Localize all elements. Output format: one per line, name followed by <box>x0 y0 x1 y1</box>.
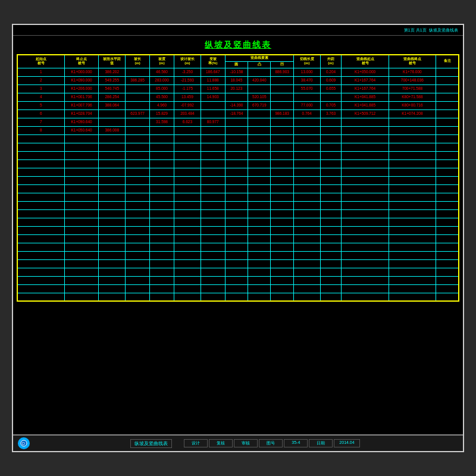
empty-cell <box>17 259 64 268</box>
main-table: 起始点桩号 终止点桩号 坡段水平距值 坡长(m) 坡度(m) 设计坡长(m) 变… <box>17 54 459 302</box>
empty-cell <box>99 251 126 259</box>
empty-cell <box>342 193 389 201</box>
empty-cell <box>248 151 271 159</box>
table-cell <box>320 126 342 134</box>
empty-cell <box>248 168 271 176</box>
empty-cell <box>64 293 99 301</box>
table-row: 8K1+050.640386.008 <box>17 126 459 134</box>
empty-cell <box>271 159 293 168</box>
empty-cell <box>17 218 64 226</box>
table-cell: K1+041.885 <box>342 101 389 109</box>
table-cell <box>225 118 248 126</box>
table-cell: 6.623 <box>174 118 201 126</box>
empty-cell <box>126 218 150 226</box>
empty-cell <box>248 201 271 209</box>
empty-cell <box>174 226 201 234</box>
empty-row <box>17 234 459 243</box>
empty-cell <box>225 201 248 209</box>
table-cell <box>436 68 459 76</box>
table-row: 3K1+206.000540.74585.000-1.17511.65820.1… <box>17 84 459 93</box>
empty-cell <box>342 284 389 293</box>
empty-cell <box>320 143 342 151</box>
empty-cell <box>150 159 174 168</box>
empty-cell <box>271 293 293 301</box>
table-cell <box>225 93 248 101</box>
empty-cell <box>271 276 293 284</box>
empty-cell <box>293 293 320 301</box>
table-cell: 3.763 <box>320 109 342 118</box>
empty-cell <box>320 193 342 201</box>
empty-cell <box>436 284 459 293</box>
empty-cell <box>17 243 64 251</box>
table-cell <box>248 109 271 118</box>
field-approve: 审核 <box>234 439 258 447</box>
empty-cell <box>436 243 459 251</box>
table-cell <box>389 118 436 126</box>
header-row-1: 起始点桩号 终止点桩号 坡段水平距值 坡长(m) 坡度(m) 设计坡长(m) 变… <box>17 55 459 61</box>
empty-cell <box>17 293 64 301</box>
empty-cell <box>225 268 248 276</box>
table-cell: 203.484 <box>174 109 201 118</box>
empty-cell <box>389 268 436 276</box>
empty-cell <box>389 176 436 184</box>
empty-cell <box>342 201 389 209</box>
empty-cell <box>225 151 248 159</box>
empty-cell <box>201 193 225 201</box>
empty-cell <box>17 251 64 259</box>
empty-cell <box>64 159 99 168</box>
main-title: 纵坡及竖曲线表 <box>205 40 271 49</box>
table-cell: K1+167.764 <box>342 84 389 93</box>
empty-cell <box>271 209 293 218</box>
empty-cell <box>436 234 459 243</box>
empty-cell <box>320 209 342 218</box>
table-cell: 886.903 <box>271 68 293 76</box>
table-cell: K1+074.208 <box>389 109 436 118</box>
table-cell: K1+000.000 <box>64 68 99 76</box>
empty-cell <box>64 143 99 151</box>
empty-cell <box>99 134 126 143</box>
table-cell: 11.888 <box>201 76 225 84</box>
table-cell <box>201 126 225 134</box>
empty-cell <box>150 134 174 143</box>
empty-cell <box>174 209 201 218</box>
empty-cell <box>126 226 150 234</box>
table-cell: 700+71.588 <box>389 84 436 93</box>
empty-cell <box>225 259 248 268</box>
table-cell: 20.123 <box>225 84 248 93</box>
empty-cell <box>389 201 436 209</box>
table-cell <box>271 101 293 109</box>
empty-cell <box>342 209 389 218</box>
empty-cell <box>99 168 126 176</box>
empty-cell <box>293 184 320 193</box>
table-row: 6K1+028.704623.97715.829203.484-18.76498… <box>17 109 459 118</box>
empty-cell <box>271 259 293 268</box>
empty-cell <box>248 276 271 284</box>
empty-cell <box>17 284 64 293</box>
empty-cell <box>225 276 248 284</box>
empty-cell <box>293 284 320 293</box>
empty-cell <box>389 209 436 218</box>
bottom-center: 纵坡及竖曲线表 设计 复核 审核 图号 35-4 日期 2014.04 <box>32 439 458 448</box>
table-cell: 13.459 <box>174 93 201 101</box>
field-review: 复核 <box>209 439 233 447</box>
empty-cell <box>17 276 64 284</box>
empty-cell <box>436 193 459 201</box>
empty-cell <box>436 268 459 276</box>
empty-cell <box>225 284 248 293</box>
empty-cell <box>293 218 320 226</box>
table-cell: 386.202 <box>99 68 126 76</box>
table-cell <box>99 118 126 126</box>
empty-cell <box>320 226 342 234</box>
empty-cell <box>201 243 225 251</box>
table-cell: -1.175 <box>174 84 201 93</box>
empty-cell <box>64 243 99 251</box>
empty-cell <box>201 176 225 184</box>
table-cell <box>342 118 389 126</box>
empty-cell <box>201 184 225 193</box>
empty-cell <box>248 284 271 293</box>
empty-cell <box>342 184 389 193</box>
empty-cell <box>248 293 271 301</box>
empty-cell <box>201 209 225 218</box>
top-bar-info: 第1页 共1页 <box>404 27 427 33</box>
field-drawing-label: 图号 <box>259 439 283 447</box>
